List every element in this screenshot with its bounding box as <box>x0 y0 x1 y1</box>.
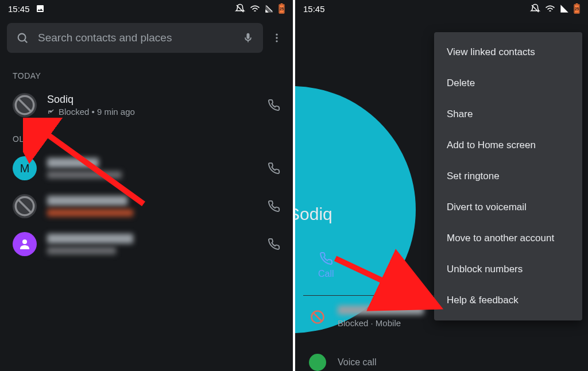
search-placeholder: Search contacts and places <box>38 32 172 44</box>
blocked-avatar-icon <box>13 93 37 117</box>
call-button[interactable] <box>268 99 280 111</box>
section-older: OLDER <box>0 124 293 149</box>
picture-icon <box>36 4 45 13</box>
menu-view-linked[interactable]: View linked contacts <box>434 37 582 68</box>
redacted-sub <box>47 171 122 179</box>
missed-call-icon <box>47 108 55 116</box>
more-button[interactable] <box>268 24 286 52</box>
menu-delete[interactable]: Delete <box>434 68 582 99</box>
voice-call-row[interactable]: Voice call <box>309 354 574 371</box>
call-info <box>47 158 257 179</box>
call-info <box>47 196 257 217</box>
blocked-avatar-icon <box>13 194 37 218</box>
redacted-name <box>47 158 99 168</box>
call-row-older-3[interactable] <box>0 225 293 263</box>
signal-icon <box>560 4 569 13</box>
redacted-name <box>47 196 127 206</box>
call-info <box>47 234 257 254</box>
menu-move-account[interactable]: Move to another account <box>434 223 582 254</box>
svg-point-7 <box>276 40 277 42</box>
call-row-older-2[interactable] <box>0 187 293 225</box>
contact-avatar <box>13 232 37 256</box>
search-icon <box>16 32 29 44</box>
menu-ringtone[interactable]: Set ringtone <box>434 161 582 192</box>
blocked-icon <box>309 308 326 326</box>
call-action[interactable]: Call <box>318 252 334 279</box>
call-row-older-1[interactable]: M <box>0 149 293 187</box>
section-today: TODAY <box>0 61 293 86</box>
redacted-sub <box>47 209 133 217</box>
contact-detail-pane: 15:45 25 Sodiq Call T <box>295 0 588 371</box>
call-button[interactable] <box>268 162 280 175</box>
svg-rect-13 <box>576 3 578 5</box>
svg-point-5 <box>276 34 277 36</box>
menu-add-home[interactable]: Add to Home screen <box>434 130 582 161</box>
svg-point-6 <box>276 37 277 38</box>
battery-icon: 25 <box>574 3 580 14</box>
searchbar-row: Search contacts and places <box>0 17 293 61</box>
dnd-icon <box>235 3 245 14</box>
search-bar[interactable]: Search contacts and places <box>7 23 263 53</box>
call-info: Sodiq Blocked • 9 min ago <box>47 94 257 117</box>
status-time: 15:45 <box>8 4 30 14</box>
call-button[interactable] <box>268 200 280 212</box>
menu-divert-voicemail[interactable]: Divert to voicemail <box>434 192 582 223</box>
svg-rect-1 <box>281 3 283 5</box>
call-button[interactable] <box>268 238 280 250</box>
svg-point-10 <box>22 239 27 244</box>
voice-label: Voice call <box>338 357 377 368</box>
menu-share[interactable]: Share <box>434 99 582 130</box>
wifi-icon <box>545 3 555 14</box>
whatsapp-icon <box>309 354 326 371</box>
redacted-sub <box>47 247 116 254</box>
call-row-sodiq[interactable]: Sodiq Blocked • 9 min ago <box>0 86 293 124</box>
mic-icon[interactable] <box>242 32 254 44</box>
battery-icon: 25 <box>278 3 285 14</box>
contact-name: Sodiq <box>295 204 332 224</box>
status-bar: 15:45 25 <box>295 0 588 17</box>
menu-unblock[interactable]: Unblock numbers <box>434 254 582 285</box>
menu-help[interactable]: Help & feedback <box>434 285 582 316</box>
overflow-menu: View linked contacts Delete Share Add to… <box>434 32 582 320</box>
recents-pane: 15:45 25 Search contacts and p <box>0 0 293 371</box>
call-sub: Blocked • 9 min ago <box>47 107 257 117</box>
wifi-icon <box>250 3 260 14</box>
status-time: 15:45 <box>303 4 325 14</box>
svg-text:25: 25 <box>280 7 284 11</box>
call-name: Sodiq <box>47 94 257 106</box>
signal-icon <box>265 4 274 13</box>
svg-point-4 <box>18 34 26 41</box>
redacted-name <box>47 234 133 244</box>
redacted-number <box>338 306 424 315</box>
dnd-icon <box>530 3 540 14</box>
contact-avatar: M <box>13 156 37 180</box>
status-bar: 15:45 25 <box>0 0 293 17</box>
svg-text:25: 25 <box>575 7 579 11</box>
